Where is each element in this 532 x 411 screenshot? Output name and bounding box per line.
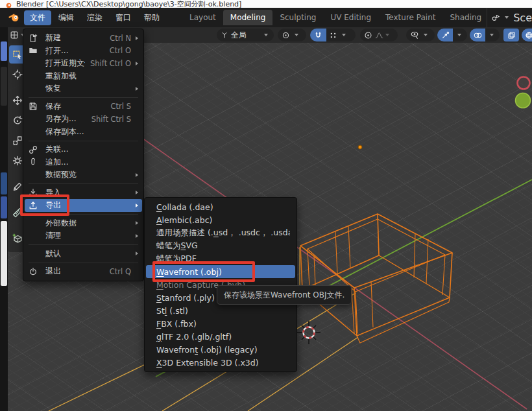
file-menu-item[interactable]: 恢复 — [25, 82, 142, 95]
scene-icon — [491, 13, 500, 22]
snap-toggle[interactable] — [310, 29, 326, 41]
tool-icon — [12, 182, 23, 192]
export-submenu-item[interactable]: X3D Extensible 3D (.x3d) — [146, 356, 295, 369]
export-submenu-item[interactable]: glTF 2.0 (.glb/.gltf) — [146, 330, 295, 343]
transform-orientation-dropdown[interactable]: 全局 — [217, 29, 274, 41]
menu-separator — [29, 183, 138, 184]
menu-item-label: 保存副本... — [45, 126, 126, 137]
file-menu-item[interactable]: 默认 — [25, 248, 142, 261]
file-menu-item[interactable]: 打开近期文件 Shift Ctrl O — [25, 57, 142, 70]
menubar-item-label: 编辑 — [58, 13, 74, 22]
gizmo-x-axis-ball[interactable] — [518, 77, 530, 89]
workspace-tab-label: Shading — [450, 13, 481, 22]
file-menu-item[interactable]: 新建 Ctrl N — [25, 32, 142, 45]
workspace-tab[interactable]: Layout — [182, 10, 223, 25]
file-menu-item[interactable]: 数据预览 — [25, 169, 142, 182]
export-submenu-dropdown: Collada (.dae) Alembic(.abc) 通用场景描述 (.us… — [144, 197, 297, 372]
menubar-item[interactable]: 窗口 — [110, 10, 137, 25]
scene-selector[interactable]: Sce — [487, 8, 532, 27]
tool-icon — [12, 49, 23, 60]
chevron-down-icon — [385, 34, 389, 36]
menu-separator — [29, 141, 138, 141]
workspace-tab-label: Sculpting — [280, 13, 316, 22]
workspace-tab[interactable]: Sculpting — [272, 10, 323, 25]
menu-item-shortcut: Ctrl S — [111, 102, 131, 111]
pivot-point-icon — [282, 31, 290, 40]
file-menu-item[interactable]: 另存为... Shift Ctrl S — [25, 113, 142, 126]
workspace-tab[interactable]: Texture Paint — [378, 10, 442, 25]
export-submenu-item[interactable]: Alembic(.abc) — [146, 213, 295, 226]
window-title-bar: Blender [C:\Users\CX\Desktop\gong\baoye\… — [0, 0, 532, 8]
file-menu-item[interactable]: 关联... — [25, 143, 142, 156]
chevron-down-icon — [490, 34, 494, 36]
submenu-arrow-icon — [136, 87, 138, 91]
3d-cursor[interactable] — [297, 321, 320, 344]
menu-item-label: 保存 — [45, 101, 106, 112]
visibility-dropdown[interactable] — [406, 29, 435, 41]
menubar-item[interactable]: 文件 — [24, 10, 51, 25]
pivot-point-dropdown[interactable] — [278, 29, 306, 41]
menu-item-label: 默认 — [45, 248, 126, 259]
overlays-icon — [474, 31, 482, 40]
menu-item-icon — [29, 46, 45, 55]
background-window-sliver — [0, 7, 8, 411]
export-submenu-item[interactable]: 蜡笔为SVG — [146, 239, 295, 252]
menu-item-label: 外部数据 — [45, 218, 126, 229]
menu-item-label: 退出 — [45, 266, 104, 277]
file-menu-item[interactable]: 打开... Ctrl O — [25, 45, 142, 58]
submenu-arrow-icon — [136, 191, 138, 194]
workspace-tab[interactable]: UV Editing — [323, 10, 378, 25]
menu-item-label: 打开近期文件 — [45, 58, 85, 69]
file-menu-item[interactable]: 清理 — [25, 229, 142, 242]
file-menu-item[interactable]: 退出 Ctrl Q — [25, 265, 142, 278]
file-menu-item[interactable]: 重新加载 — [25, 70, 142, 83]
file-menu-item[interactable]: 追加... — [25, 156, 142, 169]
falloff-curve-icon[interactable] — [375, 31, 383, 40]
menu-item-label: Collada (.dae) — [156, 202, 290, 212]
menubar-item[interactable]: 帮助 — [138, 10, 165, 25]
workspace-tab[interactable]: Modeling — [223, 10, 273, 25]
blender-logo-icon[interactable] — [8, 12, 20, 23]
xray-toggle[interactable] — [503, 29, 519, 41]
editor-type-icon — [10, 30, 19, 40]
menu-item-label: 清理 — [45, 230, 126, 241]
submenu-arrow-icon — [136, 252, 138, 255]
gizmo-y-axis-ball[interactable] — [516, 93, 531, 108]
annotation-box-export — [20, 194, 69, 216]
tool-icon — [12, 115, 23, 126]
export-submenu-item[interactable]: Collada (.dae) — [146, 200, 295, 213]
shading-wireframe-button[interactable] — [522, 29, 532, 41]
export-submenu-item[interactable]: 通用场景描述 (.usd， .usdc， .usda) — [146, 226, 295, 239]
export-submenu-item[interactable]: FBX (.fbx) — [146, 317, 295, 330]
gizmos-toggle[interactable] — [437, 29, 453, 41]
menu-item-label: 关联... — [45, 144, 126, 155]
object-origin-dot[interactable] — [358, 145, 362, 149]
menu-item-label: 追加... — [45, 157, 126, 168]
workspace-tab[interactable]: Shading — [442, 10, 489, 25]
menubar-item[interactable]: 编辑 — [53, 10, 80, 25]
snap-mode-icon[interactable] — [329, 31, 337, 40]
sliver-fragment — [1, 196, 7, 218]
chevron-down-icon — [457, 34, 461, 36]
proportional-edit-icon[interactable] — [364, 31, 372, 40]
menu-item-label: 恢复 — [45, 83, 126, 94]
export-submenu-item[interactable]: Stl (.stl) — [146, 304, 295, 317]
file-menu-item[interactable]: 保存 Ctrl S — [25, 100, 142, 113]
gizmos-group — [437, 29, 467, 41]
workspace-tab-label: Modeling — [230, 13, 266, 22]
file-menu-item[interactable]: 保存副本... — [25, 126, 142, 139]
chevron-down-icon — [342, 34, 346, 36]
submenu-arrow-icon — [136, 62, 138, 65]
tool-icon — [12, 233, 23, 244]
menu-item-label: Stl (.stl) — [156, 306, 290, 316]
scene-label: Sce — [513, 12, 532, 24]
menu-item-icon — [29, 158, 45, 167]
tooltip: 保存该场景至Wavefront OBJ文件. — [217, 285, 352, 305]
orientation-axes-icon — [221, 31, 228, 39]
file-menu-item[interactable]: 外部数据 — [25, 217, 142, 230]
menubar-item[interactable]: 渲染 — [81, 10, 108, 25]
export-submenu-item[interactable]: Wavefront (.obj) (legacy) — [146, 343, 295, 356]
menu-item-label: 另存为... — [45, 113, 86, 124]
overlays-toggle[interactable] — [470, 29, 485, 41]
sliver-fragment — [1, 221, 7, 286]
